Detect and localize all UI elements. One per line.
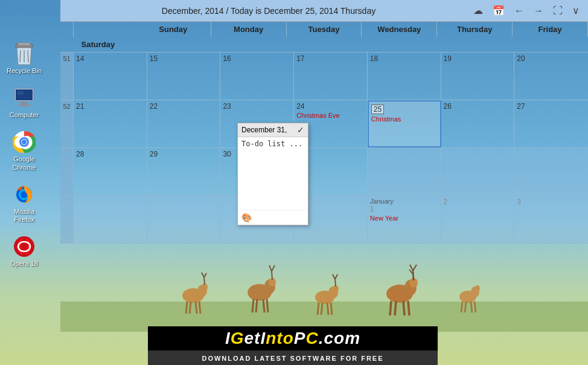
recycle-bin-icon xyxy=(12,42,36,66)
opera-label: Opera 18 xyxy=(10,260,38,268)
fullscreen-icon[interactable]: ⛶ xyxy=(551,4,565,18)
day-header-tuesday: Tuesday xyxy=(287,22,362,37)
day-cell-14[interactable]: 14 xyxy=(74,53,147,100)
day-header-sunday: Sunday xyxy=(136,22,211,37)
calendar-title-text: December, 2014 / Today is December 25, 2… xyxy=(162,6,375,16)
desktop-icons: Recycle Bin Computer xyxy=(0,36,48,273)
svg-rect-1 xyxy=(18,43,30,45)
day-cell-28[interactable]: 28 xyxy=(74,148,147,195)
palette-icon[interactable]: 🎨 xyxy=(241,213,252,222)
svg-line-2 xyxy=(20,50,21,62)
calendar-icon[interactable]: 📅 xyxy=(490,4,507,18)
week-number-jan xyxy=(60,196,74,243)
dropdown-icon[interactable]: ∨ xyxy=(570,4,582,18)
day-cell-21[interactable]: 21 xyxy=(74,100,147,147)
watermark-Into: Into xyxy=(260,329,293,347)
day-cell-jan-1[interactable]: January 1 New Year xyxy=(368,196,441,243)
day-cell-18[interactable]: 18 xyxy=(368,53,441,100)
svg-rect-7 xyxy=(21,102,28,105)
calendar-title: December, 2014 / Today is December 25, 2… xyxy=(66,6,471,16)
day-cell-jan-blank2[interactable] xyxy=(441,148,515,195)
calendar-header: December, 2014 / Today is December 25, 2… xyxy=(60,0,588,22)
week-number-52: 52 xyxy=(60,100,74,147)
todo-header: December 31, ✓ xyxy=(238,123,308,137)
todo-footer: 🎨 xyxy=(238,210,308,225)
forward-icon[interactable]: → xyxy=(531,4,546,18)
todo-check-icon[interactable]: ✓ xyxy=(297,125,304,135)
day-cell-jan-3[interactable]: 3 xyxy=(514,196,588,243)
january-label: January xyxy=(370,198,438,205)
todo-date: December 31, xyxy=(241,126,287,134)
back-icon[interactable]: ← xyxy=(512,4,526,18)
day-cell-17[interactable]: 17 xyxy=(294,53,368,100)
svg-rect-8 xyxy=(18,105,31,106)
new-year-event: New Year xyxy=(370,215,438,222)
svg-point-20 xyxy=(21,238,28,255)
watermark-Get: Get xyxy=(231,329,261,347)
chrome-icon xyxy=(12,130,36,154)
todo-popup[interactable]: December 31, ✓ To-do list ... 🎨 xyxy=(237,123,308,225)
day-cell-jan-m[interactable] xyxy=(147,196,221,243)
week-row-51: 51 14 15 16 17 18 19 20 xyxy=(60,53,588,100)
day-header-thursday: Thursday xyxy=(437,22,513,37)
watermark-tagline: Download Latest Software for Free xyxy=(202,355,383,362)
christmas-event: Christmas xyxy=(371,115,438,123)
day-cell-26[interactable]: 26 xyxy=(441,100,515,147)
week-row-52: 52 21 22 23 24 Christmas Eve 25 Christma… xyxy=(60,100,588,148)
svg-line-4 xyxy=(28,50,28,62)
watermark-PC: P xyxy=(294,329,306,347)
chrome-label: Google Chrome xyxy=(5,155,43,171)
svg-point-14 xyxy=(22,140,27,144)
watermark-dotcom: .com xyxy=(319,329,360,347)
firefox-icon-item[interactable]: Mozilla Firefox xyxy=(3,180,45,226)
day-cell-25-today[interactable]: 25 Christmas xyxy=(368,100,441,147)
todo-input[interactable]: To-do list ... xyxy=(241,140,304,200)
computer-icon-item[interactable]: Computer xyxy=(3,83,45,121)
week-number-51: 51 xyxy=(60,53,74,100)
day-header-monday: Monday xyxy=(211,22,287,37)
watermark-bottom: Download Latest Software for Free xyxy=(148,350,438,365)
watermark-banner: IGetIntoPC.com Download Latest Software … xyxy=(148,326,438,365)
firefox-label: Mozilla Firefox xyxy=(5,208,43,224)
week-row-dec28: 28 29 30 31 xyxy=(60,148,588,196)
computer-label: Computer xyxy=(10,111,39,119)
week-number-dec28 xyxy=(60,148,74,195)
header-icons: ☁ 📅 ← → ⛶ ∨ xyxy=(471,4,582,18)
svg-rect-9 xyxy=(18,91,24,95)
day-cell-22[interactable]: 22 xyxy=(147,100,221,147)
recycle-bin-label: Recycle Bin xyxy=(7,67,42,75)
opera-icon-item[interactable]: Opera 18 xyxy=(3,232,45,270)
day-cell-15[interactable]: 15 xyxy=(147,53,221,100)
day-cell-jan-blank1[interactable] xyxy=(368,148,441,195)
firefox-icon xyxy=(12,182,36,207)
week-row-jan: January 1 New Year 2 3 xyxy=(60,196,588,244)
day-cell-29[interactable]: 29 xyxy=(147,148,221,195)
computer-icon xyxy=(12,86,36,110)
day-cell-27[interactable]: 27 xyxy=(514,100,588,147)
chrome-icon-item[interactable]: Google Chrome xyxy=(3,128,45,173)
watermark-top: IGetIntoPC.com xyxy=(148,326,438,350)
day-header-friday: Friday xyxy=(513,22,588,37)
day-cell-16[interactable]: 16 xyxy=(220,53,294,100)
christmas-eve-event: Christmas Eve xyxy=(296,112,365,119)
day-cell-jan-2[interactable]: 2 xyxy=(441,196,515,243)
calendar-weeks: 51 14 15 16 17 18 19 20 52 21 22 23 24 C… xyxy=(60,53,588,244)
day-cell-20[interactable]: 20 xyxy=(514,53,588,100)
cloud-icon[interactable]: ☁ xyxy=(471,4,485,18)
todo-content: To-do list ... xyxy=(238,137,308,210)
calendar-widget: December, 2014 / Today is December 25, 2… xyxy=(60,0,588,308)
day-headers: Sunday Monday Tuesday Wednesday Thursday… xyxy=(60,22,588,53)
day-header-saturday: Saturday xyxy=(60,37,136,52)
watermark-I: I xyxy=(225,329,231,347)
desktop: Recycle Bin Computer xyxy=(0,0,588,365)
day-cell-jan-s[interactable] xyxy=(74,196,147,243)
recycle-bin-icon-item[interactable]: Recycle Bin xyxy=(3,39,45,77)
day-cell-jan-blank3[interactable] xyxy=(514,148,588,195)
day-cell-19[interactable]: 19 xyxy=(441,53,515,100)
opera-icon xyxy=(12,234,36,259)
day-header-wednesday: Wednesday xyxy=(362,22,437,37)
